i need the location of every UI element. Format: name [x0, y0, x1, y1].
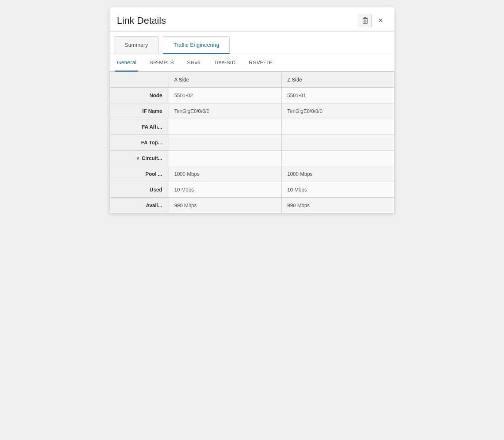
row-label: ∨Circuit...	[110, 151, 168, 166]
close-icon: ×	[378, 16, 383, 25]
tab-traffic-engineering[interactable]: Traffic Engineering	[163, 36, 230, 54]
cell-z-side: 10 Mbps	[281, 182, 394, 198]
table-row: FA Affi...	[110, 119, 394, 135]
cell-a-side: 990 Mbps	[168, 198, 282, 213]
link-details-dialog: Link Details × Summary Traffic En	[110, 7, 394, 213]
chevron-down-icon[interactable]: ∨	[136, 156, 140, 161]
cell-z-side	[281, 151, 394, 166]
subtab-rsvp-te[interactable]: RSVP-TE	[247, 54, 274, 72]
sub-tabs-container: General SR-MPLS SRv6 Tree-SID RSVP-TE	[110, 54, 394, 72]
cell-a-side: 1000 Mbps	[168, 166, 282, 182]
dialog-header: Link Details ×	[110, 7, 394, 32]
cell-a-side	[168, 119, 282, 135]
tab-content: A Side Z Side Node5501-025501-01IF NameT…	[110, 72, 394, 213]
cell-a-side: TenGigE0/0/0/0	[168, 103, 282, 119]
table-row: FA Top...	[110, 135, 394, 151]
cell-z-side	[281, 135, 394, 151]
cell-a-side	[168, 135, 282, 151]
row-label: FA Affi...	[110, 119, 168, 135]
cell-z-side: 990 Mbps	[281, 198, 394, 213]
table-row: Pool ...1000 Mbps1000 Mbps	[110, 166, 394, 182]
table-row: Node5501-025501-01	[110, 88, 394, 103]
main-tabs-container: Summary Traffic Engineering	[110, 32, 394, 54]
table-row: ∨Circuit...	[110, 151, 394, 166]
subtab-tree-sid[interactable]: Tree-SID	[212, 54, 237, 72]
row-label: Avail...	[110, 198, 168, 213]
row-label: Pool ...	[110, 166, 168, 182]
data-table: A Side Z Side Node5501-025501-01IF NameT…	[110, 72, 394, 213]
subtab-general[interactable]: General	[115, 54, 138, 72]
cell-a-side: 10 Mbps	[168, 182, 282, 198]
svg-rect-1	[363, 18, 368, 19]
header-actions: ×	[359, 14, 387, 27]
col-header-a-side: A Side	[168, 72, 282, 88]
svg-rect-0	[364, 17, 366, 18]
cell-z-side: 5501-01	[281, 88, 394, 103]
col-header-z-side: Z Side	[281, 72, 394, 88]
table-row: Used10 Mbps10 Mbps	[110, 182, 394, 198]
col-header-empty	[110, 72, 168, 88]
delete-icon	[362, 17, 368, 24]
cell-z-side	[281, 119, 394, 135]
tab-summary[interactable]: Summary	[114, 36, 159, 54]
row-label: Node	[110, 88, 168, 103]
cell-a-side	[168, 151, 282, 166]
row-label: IF Name	[110, 103, 168, 119]
cell-z-side: 1000 Mbps	[281, 166, 394, 182]
cell-a-side: 5501-02	[168, 88, 282, 103]
close-button[interactable]: ×	[374, 14, 387, 27]
subtab-srv6[interactable]: SRv6	[186, 54, 202, 72]
subtab-sr-mpls[interactable]: SR-MPLS	[148, 54, 175, 72]
table-header-row: A Side Z Side	[110, 72, 394, 88]
table-row: IF NameTenGigE0/0/0/0TenGigE0/0/0/0	[110, 103, 394, 119]
row-label: FA Top...	[110, 135, 168, 151]
cell-z-side: TenGigE0/0/0/0	[281, 103, 394, 119]
delete-button[interactable]	[359, 14, 372, 27]
row-label: Used	[110, 182, 168, 198]
table-row: Avail...990 Mbps990 Mbps	[110, 198, 394, 213]
dialog-title: Link Details	[117, 15, 166, 26]
